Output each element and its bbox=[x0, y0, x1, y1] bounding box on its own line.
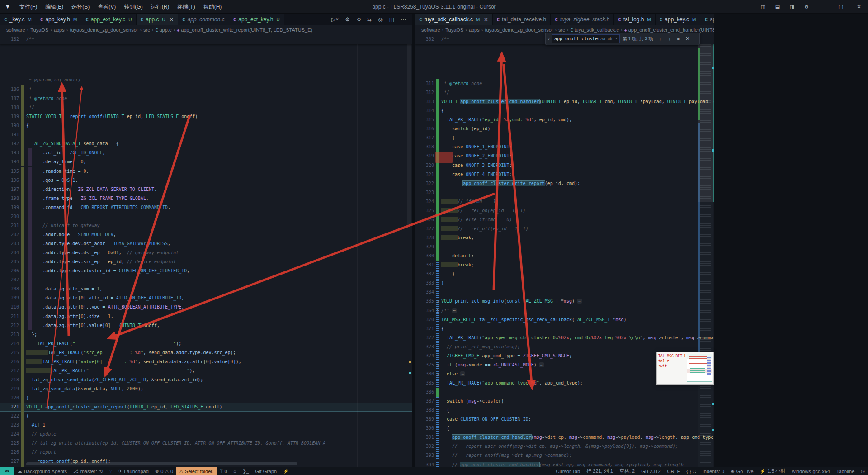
breadcrumb-item[interactable]: TuyaOS bbox=[30, 27, 48, 33]
find-in-selection-icon[interactable]: ≡ bbox=[674, 36, 683, 42]
code-line-394[interactable]: 394 // app_onoff_cluster_cmd_handler(msg… bbox=[415, 461, 714, 467]
line-number[interactable]: 370 bbox=[419, 315, 434, 324]
settings-gear-icon[interactable]: ⚙ bbox=[799, 0, 814, 14]
code-line-205[interactable]: 205 .addr.type.dev.src_ep = ep_id, // de… bbox=[0, 257, 412, 266]
code-line-197[interactable]: 197 .direction = ZG_ZCL_DATA_SERVER_TO_C… bbox=[0, 185, 412, 194]
code-line-225[interactable]: 225 // tal_zg_write_attribute(ep_id, CLU… bbox=[0, 439, 412, 448]
line-number[interactable]: 324 bbox=[419, 197, 434, 206]
code-line-193[interactable]: 193 .zcl_id = ZCL_ID_ONOFF, bbox=[0, 148, 412, 157]
code-line-224[interactable]: 224 // update bbox=[0, 430, 412, 439]
line-number[interactable]: 374 bbox=[419, 352, 434, 361]
tab-close-icon[interactable]: ✕ bbox=[170, 17, 174, 23]
line-number[interactable]: 330 bbox=[419, 252, 434, 261]
fold-chevron-icon[interactable]: ❯ bbox=[435, 306, 440, 315]
line-number[interactable]: 223 bbox=[4, 421, 19, 430]
code-line-315[interactable]: 315 TAL_PR_TRACE("ep_id: %d,cmd: %d", ep… bbox=[415, 115, 714, 124]
tab-close-icon[interactable]: ✕ bbox=[484, 17, 488, 23]
more-actions-icon[interactable]: ⋯ bbox=[401, 16, 406, 23]
code-line-200[interactable]: 200 bbox=[0, 212, 412, 221]
tab-tal_data_receive.h[interactable]: Ctal_data_receive.h bbox=[493, 14, 551, 25]
code-line-202[interactable]: 202 .addr.mode = SEND_MODE_DEV, bbox=[0, 230, 412, 239]
line-number[interactable]: 372 bbox=[419, 333, 434, 342]
line-number[interactable]: 389 bbox=[419, 415, 434, 424]
line-number[interactable]: 207 bbox=[4, 276, 19, 285]
scrollbar-vertical-left[interactable] bbox=[407, 36, 411, 226]
status-item-flash[interactable]: ⚡ bbox=[280, 467, 292, 475]
code-line-226[interactable]: 226 // report bbox=[0, 448, 412, 457]
breadcrumb-item[interactable]: tuyaos_demo_zg_door_sensor bbox=[70, 27, 138, 33]
code-line-332[interactable]: 332 } bbox=[415, 270, 714, 279]
line-number[interactable]: 208 bbox=[4, 285, 19, 294]
line-number[interactable]: 323 bbox=[419, 188, 434, 197]
tab-app_key.c[interactable]: Capp_key.cM bbox=[656, 14, 701, 25]
regex-icon[interactable]: .* bbox=[614, 37, 618, 41]
line-number[interactable]: 218 bbox=[4, 375, 19, 385]
tab-app_key.h[interactable]: Capp_key.hM bbox=[36, 14, 81, 25]
target-icon[interactable]: ◎ bbox=[378, 16, 382, 23]
status-item-indentation[interactable]: 空格: 2 bbox=[616, 467, 638, 475]
code-line-196[interactable]: 196 .qos = QOS_1, bbox=[0, 176, 412, 185]
status-item-language-mode[interactable]: { } C bbox=[683, 467, 699, 475]
line-number[interactable]: 327 bbox=[419, 224, 434, 233]
code-line-204[interactable]: 204 .addr.type.dev.dst_ep = 0x01, // gat… bbox=[0, 248, 412, 257]
line-number[interactable]: 188 bbox=[4, 103, 19, 112]
line-number[interactable]: 335 bbox=[419, 297, 434, 306]
code-line-216[interactable]: 216 TAL_PR_TRACE("value[0] : %d", send_d… bbox=[0, 357, 412, 366]
breadcrumb-item[interactable]: Capp.c bbox=[155, 27, 171, 33]
line-number[interactable]: 220 bbox=[4, 394, 19, 403]
code-line-217[interactable]: 217 TAL_PR_TRACE("======================… bbox=[0, 366, 412, 375]
code-line-331[interactable]: 331 break; bbox=[415, 261, 714, 270]
sticky-scroll-line[interactable]: 182/** bbox=[0, 34, 412, 44]
code-line-210[interactable]: 210 .data.zg.attr[0].type = ATTR_BOOLEAN… bbox=[0, 303, 412, 312]
code-line-326[interactable]: 326 // else if(cmd == 0) bbox=[415, 215, 714, 224]
line-number[interactable]: 320 bbox=[419, 161, 434, 170]
code-line-318[interactable]: 318 case ONOFF_1_ENDPOINT: bbox=[415, 142, 714, 152]
minimize-button[interactable]: — bbox=[814, 0, 832, 14]
code-line-192[interactable]: 192 TAL_ZG_SEND_DATA_T send_data = { bbox=[0, 139, 412, 148]
line-number[interactable]: 227 bbox=[4, 457, 19, 466]
code-line-212[interactable]: 212 .data.zg.attr[0].value[0] = (UINT8_T… bbox=[0, 321, 412, 330]
status-item-home[interactable]: ⌂ bbox=[231, 467, 240, 475]
code-line-390[interactable]: 390 { bbox=[415, 424, 714, 433]
close-button[interactable]: ✕ bbox=[850, 0, 868, 14]
menu-文件(F)[interactable]: 文件(F) bbox=[15, 0, 41, 14]
breadcrumb-item[interactable]: TuyaOS bbox=[445, 27, 463, 33]
close-find-icon[interactable]: ✕ bbox=[683, 36, 692, 42]
code-line-392[interactable]: 392 // __report_user_onoff(msg->dst_ep, … bbox=[415, 442, 714, 451]
line-number[interactable]: 203 bbox=[4, 239, 19, 248]
breadcrumb-item[interactable]: Ctuya_sdk_callback.c bbox=[570, 27, 618, 33]
line-number[interactable]: 328 bbox=[419, 233, 434, 242]
menu-终端(T)[interactable]: 终端(T) bbox=[173, 0, 199, 14]
line-number[interactable]: 226 bbox=[4, 448, 19, 457]
editor-left[interactable]: * @param[in] onoff)186 *187 * @return no… bbox=[0, 34, 412, 467]
line-number[interactable]: 206 bbox=[4, 266, 19, 276]
line-number[interactable]: 321 bbox=[419, 170, 434, 179]
code-line-386[interactable]: 386 bbox=[415, 388, 714, 397]
tab-app_ias_zone.c[interactable]: Capp_ias_zone.c bbox=[700, 14, 714, 25]
code-line-323[interactable]: 323 bbox=[415, 188, 714, 197]
code-line-213[interactable]: 213 }; bbox=[0, 330, 412, 339]
tab-app_common.c[interactable]: Capp_common.c bbox=[178, 14, 229, 25]
code-line-319[interactable]: 319 case ONOFF_2_ENDPOINT: bbox=[415, 152, 714, 161]
toggle-replace-icon[interactable]: › bbox=[546, 36, 552, 41]
line-number[interactable]: 216 bbox=[4, 357, 19, 366]
tab-tal_log.h[interactable]: Ctal_log.hM bbox=[614, 14, 655, 25]
fold-chevron-icon[interactable]: ❯ bbox=[435, 361, 440, 370]
code-line-314[interactable]: 314{ bbox=[415, 106, 714, 115]
breadcrumb-item[interactable]: apps bbox=[54, 27, 65, 33]
code-line-199[interactable]: 199 .command_id = CMD_REPORT_ATTRIBUTES_… bbox=[0, 203, 412, 212]
code-line-190[interactable]: 190{ bbox=[0, 121, 412, 130]
status-item-problems[interactable]: ⊗0△0 bbox=[152, 467, 176, 475]
line-number[interactable]: 210 bbox=[4, 303, 19, 312]
status-item-git-compare[interactable]: ⑂ bbox=[106, 467, 115, 475]
breadcrumb-item[interactable]: apps bbox=[469, 27, 480, 33]
line-number[interactable]: 392 bbox=[419, 442, 434, 451]
line-number[interactable]: 371 bbox=[419, 324, 434, 333]
line-number[interactable]: 190 bbox=[4, 121, 19, 130]
status-item-cursor-tab[interactable]: Cursor Tab bbox=[553, 467, 584, 475]
menu-编辑(E)[interactable]: 编辑(E) bbox=[41, 0, 67, 14]
code-line-322[interactable]: 322 app_onoff_cluster_write_report(ep_id… bbox=[415, 179, 714, 188]
code-line-393[interactable]: 393 // __report_onoff(msg->dst_ep,msg->c… bbox=[415, 451, 714, 460]
code-line-389[interactable]: 389 case CLUSTER_ON_OFF_CLUSTER_ID: bbox=[415, 415, 714, 424]
code-line-316[interactable]: 316 switch (ep_id) bbox=[415, 124, 714, 133]
